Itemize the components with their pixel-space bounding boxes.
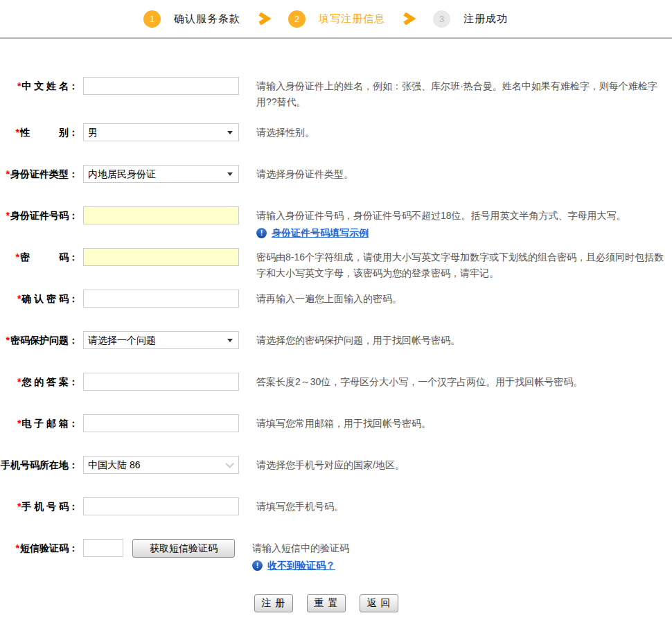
answer-input[interactable] <box>83 373 239 391</box>
id-number-label: *身份证件号码： <box>0 206 78 224</box>
required-marker: * <box>16 251 19 263</box>
form-row-sms-code: *短信验证码： 获取短信验证码 请输入短信中的验证码 ! 收不到验证码？ <box>0 539 672 581</box>
email-label-text: 电 子 邮 箱： <box>21 418 78 429</box>
id-number-example-link[interactable]: 身份证件号码填写示例 <box>272 225 369 241</box>
gender-help: 请选择性别。 <box>256 123 666 141</box>
password-label: *密 码： <box>0 248 78 266</box>
id-number-example: ! 身份证件号码填写示例 <box>256 225 666 241</box>
info-icon: ! <box>256 228 267 238</box>
email-input[interactable] <box>83 414 239 432</box>
required-marker: * <box>6 168 10 179</box>
id-number-help: 请输入身份证件号码，身份证件号码不超过18位。括号用英文半角方式、字母用大写。 … <box>256 206 666 241</box>
step-3-circle: 3 <box>433 10 450 28</box>
sms-not-received-link[interactable]: 收不到验证码？ <box>267 558 335 574</box>
chinese-name-label-text: 中 文 姓 名： <box>21 80 78 91</box>
step-3-label: 注册成功 <box>463 12 508 26</box>
sms-code-input[interactable] <box>83 539 123 557</box>
gender-select[interactable]: 男 <box>83 123 239 141</box>
confirm-password-help: 请再输入一遍您上面输入的密码。 <box>256 290 666 307</box>
answer-label-text: 您 的 答 案： <box>21 376 78 387</box>
id-number-input[interactable] <box>83 206 239 224</box>
required-marker: * <box>6 210 10 221</box>
form-row-answer: *您 的 答 案： 答案长度2～30位，字母区分大小写，一个汉字占两位。用于找回… <box>0 373 672 414</box>
step-2-label: 填写注册信息 <box>319 12 385 26</box>
confirm-password-label-text: 确 认 密 码： <box>21 293 78 304</box>
sms-code-help: 请输入短信中的验证码 ! 收不到验证码？ <box>252 539 662 574</box>
password-input[interactable] <box>83 248 239 266</box>
gender-label: *性 别： <box>0 123 78 141</box>
step-indicator: 1 确认服务条款 2 填写注册信息 3 注册成功 <box>0 0 672 39</box>
step-2-circle: 2 <box>288 10 306 28</box>
phone-number-label: *手 机 号 码： <box>0 497 78 515</box>
required-marker: * <box>16 127 19 138</box>
confirm-password-label: *确 认 密 码： <box>0 290 78 308</box>
chinese-name-input[interactable] <box>83 77 239 95</box>
sms-code-label: *短信验证码： <box>0 539 78 557</box>
id-number-help-text: 请输入身份证件号码，身份证件号码不超过18位。括号用英文半角方式、字母用大写。 <box>256 208 666 224</box>
id-type-label: *身份证件类型： <box>0 165 78 183</box>
required-marker: * <box>17 376 21 387</box>
form-row-security-question: *密码保护问题： 请选择一个问题 请选择您的密码保护问题，用于找回帐号密码。 <box>0 331 672 373</box>
register-button[interactable]: 注 册 <box>254 594 293 612</box>
form-row-phone-number: *手 机 号 码： 请填写您手机号码。 <box>0 497 672 539</box>
form-row-email: *电 子 邮 箱： 请填写您常用邮箱，用于找回帐号密码。 <box>0 414 672 456</box>
form-row-id-number: *身份证件号码： 请输入身份证件号码，身份证件号码不超过18位。括号用英文半角方… <box>0 206 672 248</box>
required-marker: * <box>16 542 19 553</box>
get-sms-code-button[interactable]: 获取短信验证码 <box>132 539 235 558</box>
required-marker: * <box>17 418 21 429</box>
step-arrow-icon <box>257 12 272 25</box>
phone-number-label-text: 手 机 号 码： <box>21 501 78 512</box>
phone-region-help: 请选择您手机号对应的国家/地区。 <box>256 456 666 473</box>
phone-region-select[interactable]: 中国大陆 86 <box>83 456 239 474</box>
form-actions: 注 册 重 置 返 回 <box>0 594 672 612</box>
required-marker: * <box>17 501 21 512</box>
form-row-confirm-password: *确 认 密 码： 请再输入一遍您上面输入的密码。 <box>0 290 672 331</box>
answer-help: 答案长度2～30位，字母区分大小写，一个汉字占两位。用于找回帐号密码。 <box>256 373 666 390</box>
info-icon: ! <box>252 560 263 571</box>
form-row-id-type: *身份证件类型： 内地居民身份证 请选择身份证件类型。 <box>0 165 672 206</box>
step-1: 1 确认服务条款 <box>143 10 240 28</box>
gender-label-text: 性 别： <box>20 127 78 138</box>
sms-code-label-text: 短信验证码： <box>20 542 78 553</box>
chinese-name-help: 请输入身份证件上的姓名，例如：张强、库尔班·热合曼。姓名中如果有难检字，则每个难… <box>256 77 666 110</box>
step-3: 3 注册成功 <box>433 10 508 28</box>
form-row-gender: *性 别： 男 请选择性别。 <box>0 123 672 165</box>
required-marker: * <box>17 80 21 91</box>
id-type-help: 请选择身份证件类型。 <box>256 165 666 182</box>
required-marker: * <box>17 293 21 304</box>
answer-label: *您 的 答 案： <box>0 373 78 391</box>
id-type-select-value: 内地居民身份证 <box>88 166 227 182</box>
password-label-text: 密 码： <box>20 251 78 263</box>
security-question-label: *密码保护问题： <box>0 331 78 349</box>
security-question-label-text: 密码保护问题： <box>10 335 78 346</box>
security-question-help: 请选择您的密码保护问题，用于找回帐号密码。 <box>256 331 666 348</box>
email-label: *电 子 邮 箱： <box>0 414 78 432</box>
step-1-circle: 1 <box>143 10 161 28</box>
form-row-chinese-name: *中 文 姓 名： 请输入身份证件上的姓名，例如：张强、库尔班·热合曼。姓名中如… <box>0 77 672 123</box>
registration-form: *中 文 姓 名： 请输入身份证件上的姓名，例如：张强、库尔班·热合曼。姓名中如… <box>0 39 672 612</box>
chinese-name-label: *中 文 姓 名： <box>0 77 78 95</box>
security-question-select-value: 请选择一个问题 <box>88 332 227 348</box>
back-button[interactable]: 返 回 <box>360 594 398 612</box>
form-row-password: *密 码： 密码由8-16个字符组成，请使用大小写英文字母加数字或下划线的组合密… <box>0 248 672 290</box>
step-arrow-icon <box>402 12 416 25</box>
phone-region-label: 手机号码所在地： <box>0 456 78 474</box>
reset-button[interactable]: 重 置 <box>307 594 346 612</box>
chevron-down-icon <box>225 459 234 468</box>
password-help: 密码由8-16个字符组成，请使用大小写英文字母加数字或下划线的组合密码，且必须同… <box>256 248 666 281</box>
id-type-label-text: 身份证件类型： <box>10 168 78 179</box>
chevron-down-icon <box>227 172 233 176</box>
phone-region-select-value: 中国大陆 86 <box>88 457 225 473</box>
phone-region-label-text: 手机号码所在地： <box>1 459 78 470</box>
id-type-select[interactable]: 内地居民身份证 <box>83 165 239 183</box>
security-question-select[interactable]: 请选择一个问题 <box>83 331 239 349</box>
chevron-down-icon <box>227 131 233 134</box>
confirm-password-input[interactable] <box>83 290 239 308</box>
sms-code-help-text: 请输入短信中的验证码 <box>252 540 662 556</box>
step-2: 2 填写注册信息 <box>288 10 385 28</box>
phone-number-input[interactable] <box>83 497 239 515</box>
id-number-label-text: 身份证件号码： <box>10 210 78 221</box>
sms-code-trouble: ! 收不到验证码？ <box>252 558 662 574</box>
phone-number-help: 请填写您手机号码。 <box>256 497 666 515</box>
gender-select-value: 男 <box>88 124 227 141</box>
